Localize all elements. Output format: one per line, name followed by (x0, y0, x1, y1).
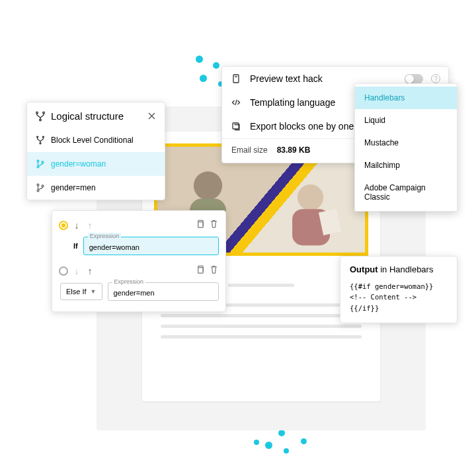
delete-icon[interactable] (209, 219, 219, 231)
code-icon (230, 97, 242, 108)
copy-icon[interactable] (195, 219, 205, 231)
output-code: {{#if gender=woman}} <!-- Content --> {{… (350, 281, 448, 313)
condition-label: gender=men (51, 183, 96, 192)
svg-rect-18 (198, 268, 204, 273)
condition-item[interactable]: gender=men (27, 176, 165, 200)
panel-title: Logical structure (51, 110, 146, 122)
email-size-value: 83.89 KB (277, 145, 311, 155)
dropdown-option[interactable]: Mailchimp (355, 154, 457, 177)
email-size-label: Email size (231, 145, 268, 155)
git-branch-icon (35, 159, 46, 169)
git-branch-icon (35, 182, 46, 193)
if-keyword: If (73, 242, 78, 250)
help-icon[interactable]: ? (431, 74, 440, 83)
svg-point-6 (43, 112, 45, 114)
move-up-icon[interactable]: ↑ (85, 220, 95, 231)
dropdown-option[interactable]: Mustache (355, 132, 457, 154)
dropdown-option[interactable]: Handlebars (355, 87, 457, 109)
branch-icon (35, 135, 46, 145)
svg-point-5 (36, 112, 38, 114)
output-panel: Output in Handlebars {{#if gender=woman}… (340, 256, 457, 323)
clause-type-select[interactable]: Else If ▼ (60, 283, 102, 300)
svg-point-16 (42, 185, 44, 187)
if-expression-input[interactable]: Expression gender=woman (83, 237, 219, 255)
svg-point-0 (194, 171, 222, 200)
templating-language-dropdown: Handlebars Liquid Mustache Mailchimp Ado… (354, 83, 457, 212)
svg-rect-17 (198, 222, 204, 227)
svg-point-10 (40, 143, 41, 144)
stack-icon (230, 121, 242, 132)
delete-icon[interactable] (209, 264, 219, 277)
block-level-row[interactable]: Block Level Conditional (27, 128, 165, 152)
active-marker[interactable] (59, 221, 68, 230)
branch-icon (35, 111, 46, 122)
move-down-icon[interactable]: ↓ (72, 266, 81, 276)
svg-rect-20 (233, 123, 239, 129)
document-icon (230, 73, 242, 84)
svg-point-8 (37, 136, 38, 138)
logical-structure-panel: Logical structure Block Level Conditiona… (26, 102, 165, 200)
elseif-expression-input[interactable]: Expression gender=men (108, 282, 219, 301)
block-level-label: Block Level Conditional (51, 136, 134, 145)
move-down-icon[interactable]: ↓ (72, 220, 81, 231)
svg-point-7 (40, 119, 42, 121)
svg-point-15 (37, 190, 39, 192)
condition-label: gender=woman (51, 159, 106, 169)
dropdown-option[interactable]: Adobe Campaign Classic (355, 177, 457, 208)
copy-icon[interactable] (195, 264, 205, 277)
close-icon[interactable] (146, 111, 157, 122)
svg-point-11 (37, 160, 39, 162)
condition-editor-panel: ↓ ↑ If Expression gender=woman ↓ ↑ Else … (52, 210, 226, 312)
svg-point-2 (298, 184, 323, 210)
move-up-icon[interactable]: ↑ (85, 266, 95, 276)
svg-point-9 (42, 136, 44, 138)
toggle-switch[interactable] (405, 74, 423, 84)
condition-item[interactable]: gender=woman (27, 152, 165, 176)
svg-rect-19 (233, 75, 239, 83)
svg-point-13 (42, 161, 44, 163)
chevron-down-icon: ▼ (91, 288, 97, 295)
svg-point-14 (37, 184, 39, 186)
dropdown-option[interactable]: Liquid (355, 109, 457, 132)
active-marker[interactable] (59, 266, 68, 276)
svg-point-12 (37, 166, 39, 168)
output-title: Output in Handlebars (350, 264, 448, 274)
